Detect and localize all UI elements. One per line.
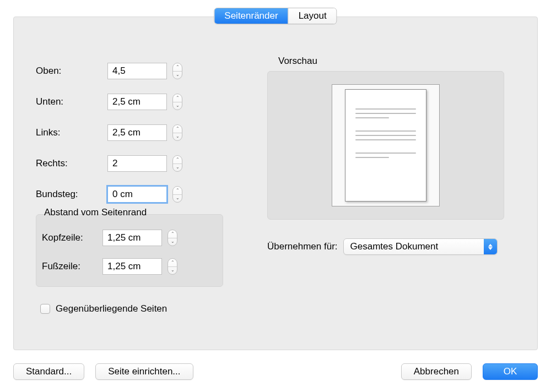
mirror-pages-label: Gegenüberliegende Seiten [56, 303, 167, 314]
chevron-up-icon[interactable]: ⌃ [173, 187, 182, 194]
left-input[interactable] [107, 124, 167, 141]
margins-column: Oben: ⌃ ⌄ Unten: ⌃ ⌄ [36, 56, 223, 314]
mirror-pages-row[interactable]: Gegenüberliegende Seiten [40, 303, 223, 314]
right-label: Rechts: [36, 158, 107, 169]
tab-margins[interactable]: Seitenränder [214, 8, 288, 24]
right-stepper[interactable]: ⌃ ⌄ [172, 155, 182, 172]
apply-to-select[interactable]: Gesamtes Dokument [343, 238, 498, 255]
left-label: Links: [36, 127, 107, 138]
footer-label: Fußzeile: [42, 261, 102, 272]
preview-box [267, 71, 504, 220]
edge-distance-title: Abstand vom Seitenrand [42, 207, 149, 218]
select-arrows-icon [484, 239, 497, 254]
header-input[interactable] [102, 230, 162, 246]
button-bar: Standard... Seite einrichten... Abbreche… [13, 363, 538, 380]
preview-column: Vorschau [267, 56, 515, 255]
chevron-down-icon[interactable]: ⌄ [173, 133, 182, 140]
footer-input[interactable] [102, 258, 162, 275]
top-label: Oben: [36, 66, 107, 77]
apply-to-value: Gesamtes Dokument [350, 241, 439, 252]
chevron-down-icon[interactable]: ⌄ [173, 164, 182, 171]
header-stepper[interactable]: ⌃ ⌄ [168, 230, 177, 246]
chevron-up-icon[interactable]: ⌃ [173, 156, 182, 164]
chevron-down-icon[interactable]: ⌄ [173, 194, 182, 202]
page-frame [332, 84, 440, 206]
chevron-down-icon[interactable]: ⌄ [173, 102, 182, 110]
chevron-down-icon[interactable]: ⌄ [168, 266, 177, 274]
dialog-panel: Oben: ⌃ ⌄ Unten: ⌃ ⌄ [13, 17, 538, 350]
top-input[interactable] [107, 63, 167, 79]
page-setup-button[interactable]: Seite einrichten... [95, 363, 193, 380]
gutter-stepper[interactable]: ⌃ ⌄ [172, 186, 182, 203]
chevron-down-icon[interactable]: ⌄ [168, 238, 177, 246]
preview-title: Vorschau [278, 56, 515, 67]
gutter-input[interactable] [107, 186, 167, 203]
mirror-pages-checkbox[interactable] [40, 304, 50, 314]
tab-layout[interactable]: Layout [288, 8, 337, 24]
top-stepper[interactable]: ⌃ ⌄ [172, 63, 182, 79]
page-preview-icon [345, 89, 426, 202]
chevron-up-icon[interactable]: ⌃ [173, 94, 182, 102]
gutter-label: Bundsteg: [36, 189, 107, 200]
bottom-stepper[interactable]: ⌃ ⌄ [172, 94, 182, 110]
edge-distance-group: Abstand vom Seitenrand Kopfzeile: ⌃ ⌄ Fu… [36, 214, 223, 287]
ok-button[interactable]: OK [483, 363, 538, 380]
bottom-input[interactable] [107, 94, 167, 110]
header-label: Kopfzeile: [42, 232, 102, 243]
chevron-up-icon[interactable]: ⌃ [168, 230, 177, 238]
cancel-button[interactable]: Abbrechen [401, 363, 472, 380]
chevron-up-icon[interactable]: ⌃ [173, 125, 182, 133]
chevron-down-icon[interactable]: ⌄ [173, 71, 182, 79]
default-button[interactable]: Standard... [13, 363, 84, 380]
bottom-label: Unten: [36, 96, 107, 107]
left-stepper[interactable]: ⌃ ⌄ [172, 124, 182, 141]
tab-bar: Seitenränder Layout [214, 8, 337, 24]
chevron-up-icon[interactable]: ⌃ [168, 259, 177, 266]
footer-stepper[interactable]: ⌃ ⌄ [168, 258, 177, 275]
chevron-up-icon[interactable]: ⌃ [173, 63, 182, 71]
right-input[interactable] [107, 155, 167, 172]
apply-to-label: Übernehmen für: [267, 241, 338, 252]
